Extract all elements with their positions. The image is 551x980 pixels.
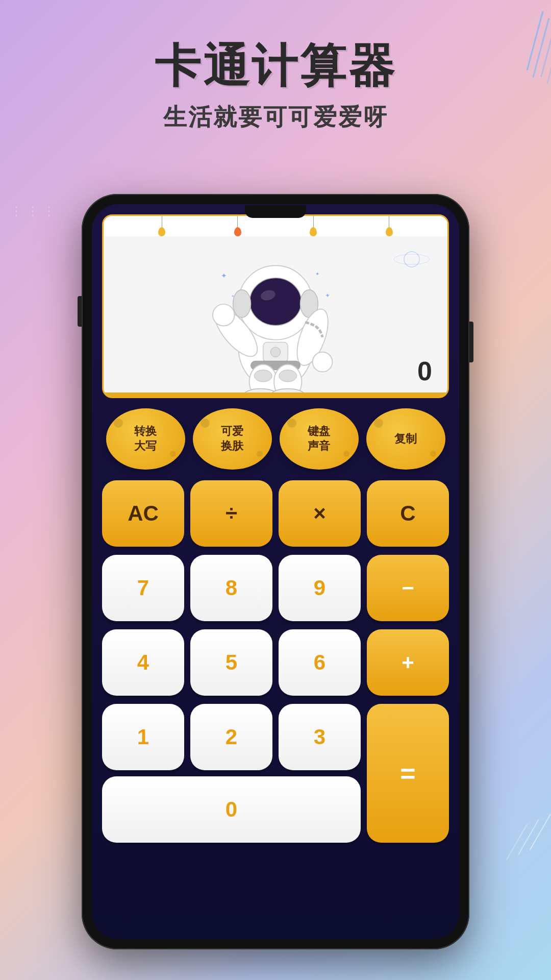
main-title: 卡通计算器 (0, 41, 551, 91)
svg-text:✦: ✦ (315, 271, 319, 277)
row-456-plus: 4 5 6 + (102, 629, 449, 696)
convert-case-label: 转换大写 (134, 424, 157, 453)
seven-label: 7 (137, 576, 149, 600)
key-sound-label: 键盘声音 (308, 424, 330, 453)
svg-point-4 (233, 290, 251, 317)
display-area: ✦ ✦ ✦ ✦ 0 (102, 214, 449, 398)
divide-label: ÷ (226, 501, 237, 526)
phone-screen: ✦ ✦ ✦ ✦ 0 (92, 204, 459, 939)
svg-point-11 (270, 347, 280, 357)
zero-label: 0 (226, 797, 237, 822)
operator-row: AC ÷ × C (102, 480, 449, 547)
convert-case-button[interactable]: 转换大写 (106, 408, 185, 470)
plus-label: + (402, 650, 414, 675)
zero-button[interactable]: 0 (102, 776, 361, 843)
phone-side-button-right (469, 322, 473, 362)
equals-button[interactable]: = (367, 704, 449, 843)
astronaut-illustration: ✦ ✦ ✦ ✦ (204, 238, 347, 397)
svg-text:✦: ✦ (221, 272, 227, 280)
svg-point-17 (254, 370, 272, 382)
svg-point-7 (213, 304, 235, 326)
one-button[interactable]: 1 (102, 704, 184, 770)
phone-side-button-left (78, 296, 82, 327)
phone-frame: ✦ ✦ ✦ ✦ 0 (82, 194, 469, 949)
minus-button[interactable]: − (367, 555, 449, 621)
five-label: 5 (226, 650, 237, 675)
svg-point-9 (313, 352, 333, 372)
plus-button[interactable]: + (367, 629, 449, 696)
eight-label: 8 (226, 576, 237, 600)
planet-decoration (391, 247, 432, 274)
phone-container: ✦ ✦ ✦ ✦ 0 (82, 194, 469, 949)
svg-point-18 (279, 370, 297, 382)
five-button[interactable]: 5 (190, 629, 272, 696)
minus-label: − (402, 576, 414, 600)
nine-button[interactable]: 9 (279, 555, 361, 621)
ac-label: AC (128, 501, 159, 526)
four-button[interactable]: 4 (102, 629, 184, 696)
six-label: 6 (314, 650, 325, 675)
multiply-label: × (313, 501, 326, 526)
header-section: 卡通计算器 生活就要可可爱爱呀 (0, 0, 551, 133)
moon-buttons-row: 转换大写 可爱换肤 键盘声音 复制 (102, 408, 449, 470)
two-label: 2 (226, 725, 237, 749)
bg-dots-decoration (10, 204, 41, 306)
three-button[interactable]: 3 (279, 704, 361, 770)
nine-label: 9 (314, 576, 325, 600)
row-123: 1 2 3 (102, 704, 361, 770)
three-label: 3 (314, 725, 325, 749)
display-value: 0 (417, 356, 432, 386)
svg-point-24 (394, 254, 430, 264)
clear-button[interactable]: C (367, 480, 449, 547)
display-border (104, 393, 447, 397)
seven-button[interactable]: 7 (102, 555, 184, 621)
divide-button[interactable]: ÷ (190, 480, 272, 547)
svg-text:✦: ✦ (325, 292, 330, 299)
one-label: 1 (137, 725, 149, 749)
key-sound-button[interactable]: 键盘声音 (280, 408, 359, 470)
two-button[interactable]: 2 (190, 704, 272, 770)
cute-skin-button[interactable]: 可爱换肤 (193, 408, 272, 470)
cute-skin-label: 可爱换肤 (221, 424, 243, 453)
copy-button[interactable]: 复制 (366, 408, 445, 470)
bottom-rows: 1 2 3 0 (102, 704, 449, 843)
subtitle: 生活就要可可爱爱呀 (0, 102, 551, 133)
bottom-left: 1 2 3 0 (102, 704, 361, 843)
clear-label: C (400, 501, 415, 526)
bg-diagonal-decoration (474, 776, 551, 878)
six-button[interactable]: 6 (279, 629, 361, 696)
phone-notch (245, 205, 306, 218)
keyboard-area: 转换大写 可爱换肤 键盘声音 复制 AC (92, 398, 459, 939)
eight-button[interactable]: 8 (190, 555, 272, 621)
copy-label: 复制 (394, 432, 417, 447)
multiply-button[interactable]: × (279, 480, 361, 547)
row-789-minus: 7 8 9 − (102, 555, 449, 621)
ac-button[interactable]: AC (102, 480, 184, 547)
equals-label: = (400, 758, 415, 789)
svg-point-2 (250, 278, 302, 326)
svg-text:✦: ✦ (231, 294, 235, 299)
four-label: 4 (137, 650, 149, 675)
row-zero: 0 (102, 776, 361, 843)
